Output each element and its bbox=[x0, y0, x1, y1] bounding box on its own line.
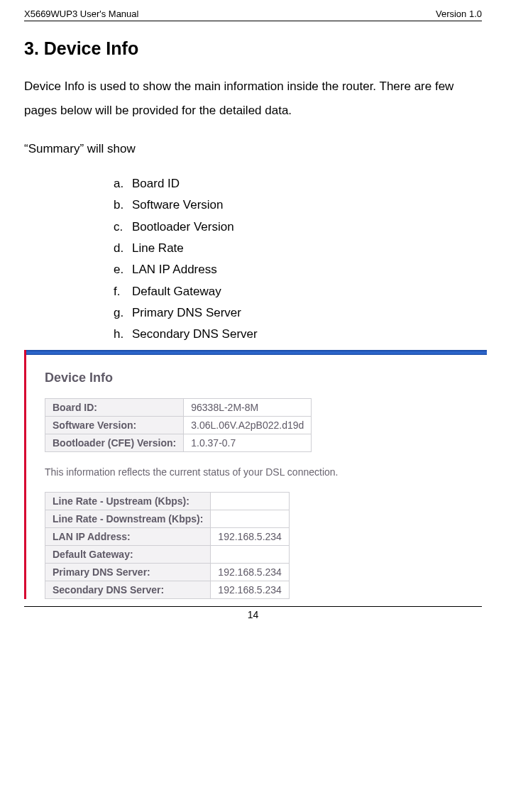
list-text: Default Gateway bbox=[132, 285, 221, 298]
list-marker: f. bbox=[114, 282, 132, 301]
list-item: a.Board ID bbox=[114, 173, 482, 194]
cell-label: Software Version: bbox=[45, 416, 184, 434]
list-text: Secondary DNS Server bbox=[132, 327, 258, 341]
blue-strip bbox=[26, 350, 487, 355]
cell-value: 192.168.5.234 bbox=[211, 527, 290, 545]
table-row: Default Gateway: bbox=[45, 545, 290, 563]
cell-label: LAN IP Address: bbox=[45, 527, 211, 545]
cell-label: Primary DNS Server: bbox=[45, 563, 211, 581]
list-marker: h. bbox=[114, 325, 132, 344]
list-marker: g. bbox=[114, 304, 132, 322]
status-note: This information reflects the current st… bbox=[45, 466, 480, 478]
table-row: Primary DNS Server: 192.168.5.234 bbox=[45, 563, 290, 581]
list-marker: c. bbox=[114, 218, 132, 236]
list-text: Primary DNS Server bbox=[132, 306, 241, 319]
info-table-1: Board ID: 96338L-2M-8M Software Version:… bbox=[45, 398, 312, 452]
table-row: Software Version: 3.06L.06V.A2pB022.d19d bbox=[45, 416, 312, 434]
list-item: c.Bootloader Version bbox=[114, 216, 482, 238]
table-row: Board ID: 96338L-2M-8M bbox=[45, 398, 312, 416]
cell-label: Line Rate - Downstream (Kbps): bbox=[45, 510, 211, 527]
table-row: Line Rate - Upstream (Kbps): bbox=[45, 492, 290, 510]
list-marker: b. bbox=[114, 196, 132, 214]
page-number: 14 bbox=[0, 607, 506, 627]
list-item: f.Default Gateway bbox=[114, 281, 482, 302]
list-text: LAN IP Address bbox=[132, 263, 217, 276]
list-marker: e. bbox=[114, 260, 132, 279]
list-item: b.Software Version bbox=[114, 194, 482, 216]
cell-label: Secondary DNS Server: bbox=[45, 581, 211, 598]
cell-value: 3.06L.06V.A2pB022.d19d bbox=[184, 416, 312, 434]
list-marker: a. bbox=[114, 175, 132, 193]
cell-value bbox=[211, 492, 290, 510]
list-marker: d. bbox=[114, 239, 132, 258]
list-text: Software Version bbox=[132, 198, 224, 212]
cell-label: Bootloader (CFE) Version: bbox=[45, 434, 184, 451]
header-right: Version 1.0 bbox=[436, 9, 482, 19]
info-table-2: Line Rate - Upstream (Kbps): Line Rate -… bbox=[45, 492, 290, 599]
cell-label: Default Gateway: bbox=[45, 545, 211, 563]
screenshot-heading: Device Info bbox=[45, 371, 480, 385]
list-text: Line Rate bbox=[132, 241, 184, 255]
cell-label: Line Rate - Upstream (Kbps): bbox=[45, 492, 211, 510]
list-intro: “Summary” will show bbox=[24, 137, 482, 161]
table-row: LAN IP Address: 192.168.5.234 bbox=[45, 527, 290, 545]
list-item: d.Line Rate bbox=[114, 238, 482, 259]
list-item: g.Primary DNS Server bbox=[114, 302, 482, 324]
cell-value bbox=[211, 510, 290, 527]
page-header: X5669WUP3 User's Manual Version 1.0 bbox=[24, 9, 482, 21]
list-text: Board ID bbox=[132, 177, 180, 190]
table-row: Secondary DNS Server: 192.168.5.234 bbox=[45, 581, 290, 598]
cell-value: 192.168.5.234 bbox=[211, 563, 290, 581]
cell-value: 96338L-2M-8M bbox=[184, 398, 312, 416]
list-text: Bootloader Version bbox=[132, 220, 234, 234]
list-item: e.LAN IP Address bbox=[114, 259, 482, 280]
cell-label: Board ID: bbox=[45, 398, 184, 416]
section-title: 3. Device Info bbox=[24, 38, 482, 59]
cell-value bbox=[211, 545, 290, 563]
intro-paragraph: Device Info is used to show the main inf… bbox=[24, 75, 482, 123]
table-row: Bootloader (CFE) Version: 1.0.37-0.7 bbox=[45, 434, 312, 451]
cell-value: 192.168.5.234 bbox=[211, 581, 290, 598]
header-left: X5669WUP3 User's Manual bbox=[24, 9, 138, 19]
table-row: Line Rate - Downstream (Kbps): bbox=[45, 510, 290, 527]
cell-value: 1.0.37-0.7 bbox=[184, 434, 312, 451]
device-info-screenshot: Device Info Board ID: 96338L-2M-8M Softw… bbox=[24, 350, 487, 599]
summary-list: a.Board ID b.Software Version c.Bootload… bbox=[24, 173, 482, 346]
list-item: h.Secondary DNS Server bbox=[114, 324, 482, 345]
